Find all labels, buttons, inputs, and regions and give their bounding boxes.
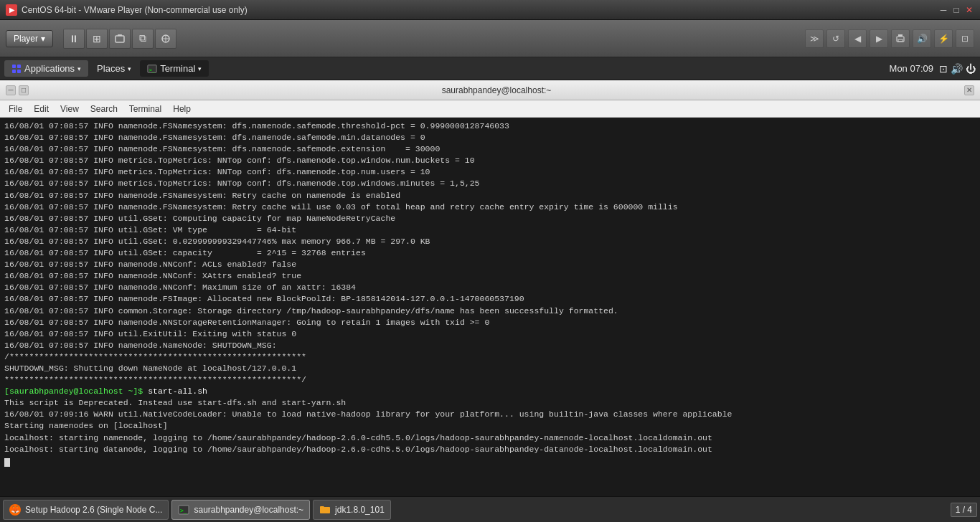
svg-rect-1	[118, 34, 122, 36]
taskbar-item-terminal[interactable]: >_ saurabhpandey@localhost:~	[171, 500, 310, 520]
player-label: Player	[14, 34, 38, 44]
forward-icon[interactable]: ▶	[870, 29, 888, 48]
vmware-toolbar: Player ▾ ⏸ ⊞ ⧉ ≫ ↺ ◀ ▶ 🔊 ⚡ ⊡	[0, 20, 980, 57]
cursor	[4, 458, 10, 467]
places-label: Places	[97, 63, 125, 74]
svg-rect-11	[17, 70, 21, 73]
sound-icon[interactable]: 🔊	[951, 63, 963, 75]
snapshot-icon[interactable]	[109, 29, 131, 49]
taskbar-item-jdk-label: jdk1.8.0_101	[335, 505, 385, 515]
svg-rect-8	[12, 65, 16, 68]
gnome-topbar: Applications ▾ Places ▾ >_ Terminal ▾ Mo…	[0, 57, 980, 80]
terminal-arrow: ▾	[198, 65, 202, 72]
gnome-status-icons: ⊡ 🔊 ⏻	[939, 63, 976, 75]
svg-rect-7	[898, 39, 903, 42]
vmware-toolbar-icons: ⏸ ⊞ ⧉	[63, 29, 176, 49]
svg-rect-9	[17, 65, 21, 68]
send-ctrl-alt-del-icon[interactable]: ⊞	[86, 29, 108, 49]
fullscreen-icon[interactable]: ⧉	[132, 29, 154, 49]
terminal-titlebar: ─ □ saurabhpandey@localhost:~ ✕	[0, 80, 980, 100]
vmware-title: CentOS 64-bit - VMware Player (Non-comme…	[22, 5, 248, 15]
vmware-icon: ▶	[6, 4, 17, 16]
terminal-menu-edit[interactable]: Edit	[28, 103, 55, 115]
print-icon[interactable]	[891, 29, 910, 48]
vmware-titlebar-left: ▶ CentOS 64-bit - VMware Player (Non-com…	[6, 4, 248, 16]
taskbar-item-terminal-label: saurabhpandey@localhost:~	[194, 505, 303, 515]
terminal-window: ─ □ saurabhpandey@localhost:~ ✕ File Edi…	[0, 80, 980, 496]
terminal-window-title: saurabhpandey@localhost:~	[29, 85, 964, 95]
terminal-win-controls: ─ □	[6, 85, 29, 95]
places-arrow: ▾	[128, 65, 131, 72]
clock-display: Mon 07:09	[890, 63, 933, 74]
refresh-icon[interactable]: ↺	[826, 29, 845, 48]
print-svg	[895, 34, 905, 44]
terminal-close-btn[interactable]: ✕	[964, 85, 974, 95]
vmware-titlebar: ▶ CentOS 64-bit - VMware Player (Non-com…	[0, 0, 980, 20]
firefox-icon: 🦊	[9, 504, 21, 516]
apps-icon	[11, 64, 22, 74]
usb-icon[interactable]: ⚡	[934, 29, 953, 48]
terminal-menubar: File Edit View Search Terminal Help	[0, 100, 980, 118]
terminal-menu-view[interactable]: View	[55, 103, 85, 115]
vmware-window-controls: ─ □ ✕	[938, 5, 974, 15]
snapshot-svg	[115, 34, 125, 44]
terminal-menu-search[interactable]: Search	[85, 103, 123, 115]
back-icon[interactable]: ◀	[848, 29, 867, 48]
terminal-minimize-btn[interactable]: ─	[6, 85, 16, 95]
player-dropdown-icon: ▾	[41, 34, 45, 44]
settings-icon[interactable]: ⊡	[956, 29, 974, 48]
taskbar-pager-display: 1 / 4	[951, 503, 977, 517]
vmware-toolbar-right: ≫ ↺ ◀ ▶ 🔊 ⚡ ⊡	[805, 29, 974, 48]
gnome-menu: Applications ▾ Places ▾ >_ Terminal ▾	[4, 60, 209, 77]
svg-text:>_: >_	[149, 67, 156, 72]
folder-svg	[319, 504, 331, 516]
taskbar-item-firefox-label: Setup Hadoop 2.6 (Single Node C...	[25, 505, 162, 515]
terminal-label: Terminal	[160, 63, 195, 74]
terminal-task-svg: >_	[178, 504, 189, 516]
gnome-menu-terminal[interactable]: >_ Terminal ▾	[140, 60, 209, 77]
taskbar-pager: 1 / 4	[951, 503, 977, 517]
maximize-icon[interactable]: □	[951, 5, 961, 15]
unity-svg	[161, 34, 171, 44]
applications-arrow: ▾	[77, 65, 81, 72]
taskbar-terminal-icon: >_	[178, 504, 189, 516]
close-icon[interactable]: ✕	[964, 5, 974, 15]
unity-icon[interactable]	[155, 29, 176, 49]
player-button[interactable]: Player ▾	[6, 30, 53, 47]
power-icon[interactable]: ⏻	[966, 63, 976, 75]
minimize-icon[interactable]: ─	[938, 5, 948, 15]
menu-icon[interactable]: ≫	[805, 29, 824, 48]
taskbar-item-firefox[interactable]: 🦊 Setup Hadoop 2.6 (Single Node C...	[3, 500, 169, 520]
terminal-menu-help[interactable]: Help	[167, 103, 197, 115]
terminal-icon: >_	[147, 64, 157, 74]
gnome-clock-area: Mon 07:09 ⊡ 🔊 ⏻	[890, 63, 976, 75]
taskbar-item-jdk[interactable]: jdk1.8.0_101	[313, 500, 391, 520]
pause-icon[interactable]: ⏸	[63, 29, 85, 49]
terminal-maximize-btn[interactable]: □	[19, 85, 29, 95]
volume-icon[interactable]: 🔊	[913, 29, 931, 48]
svg-rect-10	[12, 70, 16, 73]
window-icon[interactable]: ⊡	[939, 63, 948, 75]
svg-rect-0	[116, 36, 124, 42]
gnome-taskbar: 🦊 Setup Hadoop 2.6 (Single Node C... >_ …	[0, 496, 980, 522]
svg-text:>_: >_	[180, 508, 187, 514]
svg-rect-6	[898, 34, 903, 37]
terminal-menu-terminal[interactable]: Terminal	[123, 103, 167, 115]
terminal-output[interactable]: 16/08/01 07:08:57 INFO namenode.FSNamesy…	[0, 118, 980, 496]
applications-label: Applications	[24, 63, 75, 74]
gnome-menu-places[interactable]: Places ▾	[90, 60, 138, 77]
jdk-icon	[319, 504, 331, 516]
terminal-menu-file[interactable]: File	[3, 103, 28, 115]
gnome-menu-applications[interactable]: Applications ▾	[4, 60, 88, 77]
